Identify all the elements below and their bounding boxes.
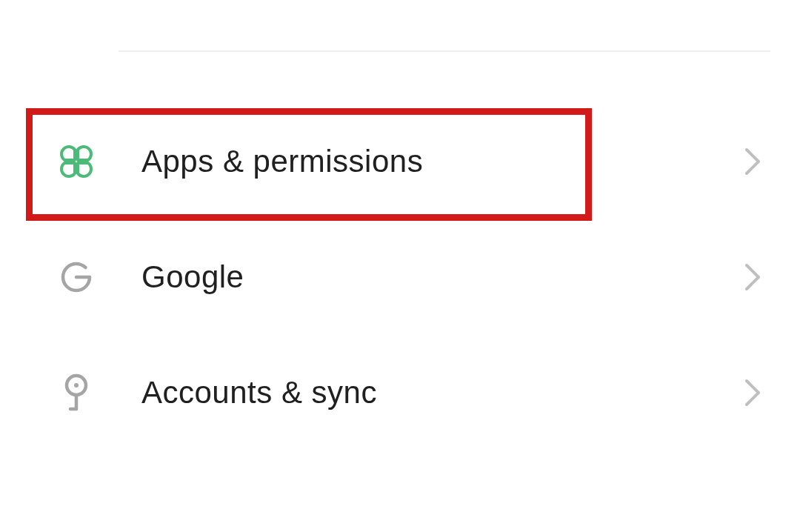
settings-item-accounts-sync[interactable]: Accounts & sync <box>0 335 800 450</box>
settings-item-label: Apps & permissions <box>141 144 744 179</box>
settings-item-apps-permissions[interactable]: Apps & permissions <box>0 104 800 219</box>
google-icon <box>56 256 97 298</box>
settings-list: Apps & permissions Google <box>0 104 800 450</box>
chevron-right-icon <box>744 152 763 171</box>
settings-item-label: Google <box>141 259 744 295</box>
chevron-right-icon <box>744 383 763 402</box>
section-divider <box>119 50 770 52</box>
svg-point-2 <box>74 383 79 388</box>
settings-item-google[interactable]: Google <box>0 219 800 335</box>
key-icon <box>56 372 97 413</box>
app-grid-icon <box>56 141 97 182</box>
settings-item-label: Accounts & sync <box>141 375 744 410</box>
chevron-right-icon <box>744 267 763 287</box>
